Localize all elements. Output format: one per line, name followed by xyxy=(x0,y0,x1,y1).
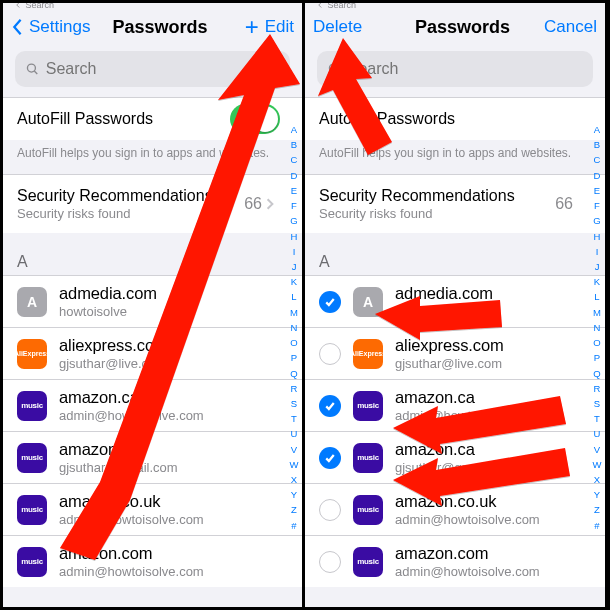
index-letter[interactable]: U xyxy=(590,427,604,442)
index-letter[interactable]: F xyxy=(287,199,301,214)
site-icon: music xyxy=(353,391,383,421)
checkbox-checked[interactable] xyxy=(319,447,341,469)
security-sub: Security risks found xyxy=(319,206,573,223)
username: gjsuthar@live.com xyxy=(395,356,591,372)
index-letter[interactable]: H xyxy=(287,230,301,245)
site-name: admedia.com xyxy=(395,283,591,304)
search-input[interactable] xyxy=(348,60,583,78)
search-input[interactable] xyxy=(46,60,280,78)
autofill-cell[interactable]: AutoFill Passwords xyxy=(305,97,605,140)
index-letter[interactable]: Z xyxy=(590,503,604,518)
index-letter[interactable]: L xyxy=(590,290,604,305)
index-letter[interactable]: S xyxy=(590,397,604,412)
index-letter[interactable]: V xyxy=(287,443,301,458)
site-icon: music xyxy=(17,495,47,525)
index-letter[interactable]: X xyxy=(590,473,604,488)
password-row[interactable]: musicamazon.caadmin@howtoisolve.com xyxy=(305,379,605,431)
username: gjsuthar@gmail.com xyxy=(59,460,288,476)
index-letter[interactable]: P xyxy=(287,351,301,366)
password-row[interactable]: musicamazon.co.ukadmin@howtoisolve.com xyxy=(3,483,302,535)
index-letter[interactable]: S xyxy=(287,397,301,412)
password-row[interactable]: musicamazon.cagjsuthar@gmail.com xyxy=(3,431,302,483)
index-letter[interactable]: T xyxy=(590,412,604,427)
password-row[interactable]: AliExpressaliexpress.comgjsuthar@live.co… xyxy=(305,327,605,379)
index-letter[interactable]: # xyxy=(287,519,301,534)
index-letter[interactable]: B xyxy=(287,138,301,153)
password-row[interactable]: musicamazon.comadmin@howtoisolve.com xyxy=(305,535,605,587)
index-letter[interactable]: Q xyxy=(287,367,301,382)
index-letter[interactable]: L xyxy=(287,290,301,305)
search-field[interactable] xyxy=(15,51,290,87)
index-letter[interactable]: X xyxy=(287,473,301,488)
index-letter[interactable]: Y xyxy=(287,488,301,503)
index-letter[interactable]: O xyxy=(590,336,604,351)
password-row[interactable]: musicamazon.caadmin@howtoisolve.com xyxy=(3,379,302,431)
site-icon: music xyxy=(17,547,47,577)
index-letter[interactable]: A xyxy=(590,123,604,138)
password-row[interactable]: AliExpressaliexpress.comgjsuthar@live.co… xyxy=(3,327,302,379)
add-button[interactable]: + xyxy=(245,15,259,39)
index-letter[interactable]: E xyxy=(590,184,604,199)
password-row[interactable]: Aadmedia.comhowtoisolve xyxy=(305,275,605,327)
index-letter[interactable]: K xyxy=(287,275,301,290)
delete-button[interactable]: Delete xyxy=(313,17,362,37)
index-letter[interactable]: J xyxy=(287,260,301,275)
site-icon: A xyxy=(17,287,47,317)
index-letter[interactable]: G xyxy=(287,214,301,229)
index-letter[interactable]: D xyxy=(590,169,604,184)
index-letter[interactable]: V xyxy=(590,443,604,458)
index-letter[interactable]: W xyxy=(590,458,604,473)
index-letter[interactable]: C xyxy=(590,153,604,168)
password-row[interactable]: musicamazon.co.ukadmin@howtoisolve.com xyxy=(305,483,605,535)
index-letter[interactable]: W xyxy=(287,458,301,473)
password-row[interactable]: Aadmedia.comhowtoisolve xyxy=(3,275,302,327)
index-letter[interactable]: N xyxy=(287,321,301,336)
index-letter[interactable]: Z xyxy=(287,503,301,518)
index-letter[interactable]: P xyxy=(590,351,604,366)
index-letter[interactable]: K xyxy=(590,275,604,290)
index-letter[interactable]: M xyxy=(287,306,301,321)
checkbox-checked[interactable] xyxy=(319,395,341,417)
index-letter[interactable]: B xyxy=(590,138,604,153)
svg-point-2 xyxy=(329,64,337,72)
security-cell[interactable]: Security Recommendations Security risks … xyxy=(3,174,302,233)
password-row[interactable]: musicamazon.comadmin@howtoisolve.com xyxy=(3,535,302,587)
index-bar[interactable]: ABCDEFGHIJKLMNOPQRSTUVWXYZ# xyxy=(590,121,604,607)
index-letter[interactable]: D xyxy=(287,169,301,184)
cancel-button[interactable]: Cancel xyxy=(544,17,597,37)
index-letter[interactable]: I xyxy=(590,245,604,260)
index-letter[interactable]: H xyxy=(590,230,604,245)
index-letter[interactable]: O xyxy=(287,336,301,351)
svg-line-1 xyxy=(34,71,37,74)
index-letter[interactable]: U xyxy=(287,427,301,442)
index-letter[interactable]: R xyxy=(590,382,604,397)
index-letter[interactable]: F xyxy=(590,199,604,214)
index-letter[interactable]: A xyxy=(287,123,301,138)
back-button[interactable]: Settings xyxy=(11,17,96,37)
search-field[interactable] xyxy=(317,51,593,87)
index-letter[interactable]: Q xyxy=(590,367,604,382)
password-row[interactable]: musicamazon.cagjsuthar@gmail.com xyxy=(305,431,605,483)
index-letter[interactable]: I xyxy=(287,245,301,260)
index-letter[interactable]: J xyxy=(590,260,604,275)
index-bar[interactable]: ABCDEFGHIJKLMNOPQRSTUVWXYZ# xyxy=(287,121,301,607)
autofill-cell[interactable]: AutoFill Passwords xyxy=(3,97,302,140)
index-letter[interactable]: # xyxy=(590,519,604,534)
checkbox-unchecked[interactable] xyxy=(319,343,341,365)
security-cell[interactable]: Security Recommendations Security risks … xyxy=(305,174,605,233)
index-letter[interactable]: R xyxy=(287,382,301,397)
index-letter[interactable]: M xyxy=(590,306,604,321)
checkbox-checked[interactable] xyxy=(319,291,341,313)
screen-edit-mode: Search Delete Passwords Cancel AutoFill … xyxy=(304,3,605,607)
index-letter[interactable]: Y xyxy=(590,488,604,503)
site-name: amazon.ca xyxy=(395,387,591,408)
index-letter[interactable]: T xyxy=(287,412,301,427)
index-letter[interactable]: N xyxy=(590,321,604,336)
edit-button[interactable]: Edit xyxy=(265,17,294,37)
index-letter[interactable]: C xyxy=(287,153,301,168)
autofill-toggle[interactable] xyxy=(230,104,280,134)
index-letter[interactable]: E xyxy=(287,184,301,199)
checkbox-unchecked[interactable] xyxy=(319,499,341,521)
index-letter[interactable]: G xyxy=(590,214,604,229)
checkbox-unchecked[interactable] xyxy=(319,551,341,573)
